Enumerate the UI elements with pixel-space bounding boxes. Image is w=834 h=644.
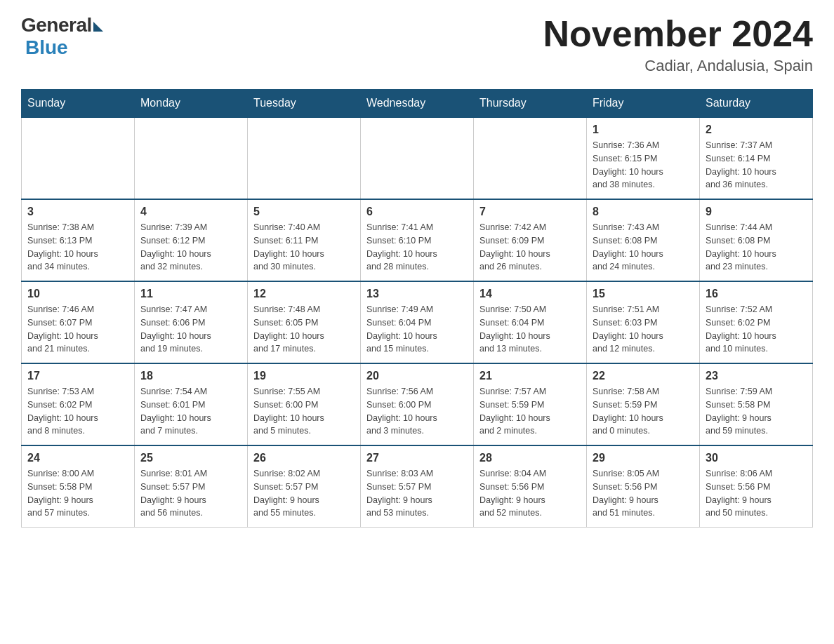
day-number: 3 — [27, 206, 128, 218]
calendar-day-cell: 28Sunrise: 8:04 AMSunset: 5:56 PMDayligh… — [474, 445, 587, 528]
day-number: 22 — [593, 370, 694, 382]
calendar-day-cell: 18Sunrise: 7:54 AMSunset: 6:01 PMDayligh… — [135, 363, 248, 445]
calendar-day-cell: 23Sunrise: 7:59 AMSunset: 5:58 PMDayligh… — [700, 363, 813, 445]
calendar-title: November 2024 — [543, 14, 813, 54]
day-number: 18 — [140, 370, 241, 382]
day-number: 10 — [27, 288, 128, 300]
day-info: Sunrise: 7:46 AMSunset: 6:07 PMDaylight:… — [27, 303, 128, 356]
day-info: Sunrise: 7:36 AMSunset: 6:15 PMDaylight:… — [593, 139, 694, 192]
day-info: Sunrise: 8:04 AMSunset: 5:56 PMDaylight:… — [479, 467, 581, 520]
weekday-header-monday: Monday — [135, 90, 248, 118]
day-number: 21 — [479, 370, 581, 382]
calendar-day-cell — [248, 117, 361, 199]
calendar-day-cell: 11Sunrise: 7:47 AMSunset: 6:06 PMDayligh… — [135, 281, 248, 363]
weekday-header-saturday: Saturday — [700, 90, 813, 118]
day-number: 7 — [479, 206, 581, 218]
calendar-day-cell: 20Sunrise: 7:56 AMSunset: 6:00 PMDayligh… — [361, 363, 474, 445]
day-info: Sunrise: 7:53 AMSunset: 6:02 PMDaylight:… — [27, 385, 128, 438]
weekday-header-tuesday: Tuesday — [248, 90, 361, 118]
day-info: Sunrise: 7:37 AMSunset: 6:14 PMDaylight:… — [706, 139, 807, 192]
calendar-day-cell: 15Sunrise: 7:51 AMSunset: 6:03 PMDayligh… — [587, 281, 700, 363]
day-number: 8 — [593, 206, 694, 218]
day-info: Sunrise: 8:01 AMSunset: 5:57 PMDaylight:… — [140, 467, 241, 520]
day-info: Sunrise: 8:00 AMSunset: 5:58 PMDaylight:… — [27, 467, 128, 520]
weekday-header-friday: Friday — [587, 90, 700, 118]
calendar-day-cell: 17Sunrise: 7:53 AMSunset: 6:02 PMDayligh… — [22, 363, 135, 445]
calendar-day-cell: 27Sunrise: 8:03 AMSunset: 5:57 PMDayligh… — [361, 445, 474, 528]
calendar-day-cell: 22Sunrise: 7:58 AMSunset: 5:59 PMDayligh… — [587, 363, 700, 445]
day-number: 19 — [253, 370, 355, 382]
page-header: General Blue November 2024 Cadiar, Andal… — [21, 14, 813, 75]
calendar-week-row: 24Sunrise: 8:00 AMSunset: 5:58 PMDayligh… — [22, 445, 813, 528]
calendar-day-cell: 29Sunrise: 8:05 AMSunset: 5:56 PMDayligh… — [587, 445, 700, 528]
calendar-day-cell: 4Sunrise: 7:39 AMSunset: 6:12 PMDaylight… — [135, 199, 248, 281]
day-number: 30 — [706, 452, 807, 464]
day-info: Sunrise: 8:03 AMSunset: 5:57 PMDaylight:… — [366, 467, 468, 520]
day-info: Sunrise: 8:02 AMSunset: 5:57 PMDaylight:… — [253, 467, 355, 520]
day-number: 6 — [366, 206, 468, 218]
day-number: 23 — [706, 370, 807, 382]
day-number: 12 — [253, 288, 355, 300]
calendar-day-cell: 26Sunrise: 8:02 AMSunset: 5:57 PMDayligh… — [248, 445, 361, 528]
calendar-day-cell: 19Sunrise: 7:55 AMSunset: 6:00 PMDayligh… — [248, 363, 361, 445]
weekday-header-sunday: Sunday — [22, 90, 135, 118]
day-number: 5 — [253, 206, 355, 218]
calendar-day-cell: 5Sunrise: 7:40 AMSunset: 6:11 PMDaylight… — [248, 199, 361, 281]
calendar-day-cell: 9Sunrise: 7:44 AMSunset: 6:08 PMDaylight… — [700, 199, 813, 281]
day-info: Sunrise: 7:39 AMSunset: 6:12 PMDaylight:… — [140, 221, 241, 274]
calendar-day-cell: 6Sunrise: 7:41 AMSunset: 6:10 PMDaylight… — [361, 199, 474, 281]
logo-general-text: General — [21, 14, 92, 36]
calendar-week-row: 17Sunrise: 7:53 AMSunset: 6:02 PMDayligh… — [22, 363, 813, 445]
calendar-day-cell: 12Sunrise: 7:48 AMSunset: 6:05 PMDayligh… — [248, 281, 361, 363]
day-info: Sunrise: 7:43 AMSunset: 6:08 PMDaylight:… — [593, 221, 694, 274]
calendar-day-cell: 25Sunrise: 8:01 AMSunset: 5:57 PMDayligh… — [135, 445, 248, 528]
calendar-day-cell: 7Sunrise: 7:42 AMSunset: 6:09 PMDaylight… — [474, 199, 587, 281]
title-block: November 2024 Cadiar, Andalusia, Spain — [543, 14, 813, 75]
day-info: Sunrise: 7:55 AMSunset: 6:00 PMDaylight:… — [253, 385, 355, 438]
calendar-day-cell: 1Sunrise: 7:36 AMSunset: 6:15 PMDaylight… — [587, 117, 700, 199]
calendar-week-row: 3Sunrise: 7:38 AMSunset: 6:13 PMDaylight… — [22, 199, 813, 281]
day-number: 29 — [593, 452, 694, 464]
calendar-header-row: SundayMondayTuesdayWednesdayThursdayFrid… — [22, 90, 813, 118]
calendar-day-cell — [135, 117, 248, 199]
day-info: Sunrise: 7:40 AMSunset: 6:11 PMDaylight:… — [253, 221, 355, 274]
day-number: 20 — [366, 370, 468, 382]
calendar-day-cell — [22, 117, 135, 199]
day-number: 11 — [140, 288, 241, 300]
day-info: Sunrise: 7:52 AMSunset: 6:02 PMDaylight:… — [706, 303, 807, 356]
day-info: Sunrise: 8:06 AMSunset: 5:56 PMDaylight:… — [706, 467, 807, 520]
day-info: Sunrise: 7:57 AMSunset: 5:59 PMDaylight:… — [479, 385, 581, 438]
day-info: Sunrise: 7:58 AMSunset: 5:59 PMDaylight:… — [593, 385, 694, 438]
calendar-day-cell: 3Sunrise: 7:38 AMSunset: 6:13 PMDaylight… — [22, 199, 135, 281]
calendar-week-row: 1Sunrise: 7:36 AMSunset: 6:15 PMDaylight… — [22, 117, 813, 199]
calendar-day-cell: 14Sunrise: 7:50 AMSunset: 6:04 PMDayligh… — [474, 281, 587, 363]
day-number: 4 — [140, 206, 241, 218]
day-info: Sunrise: 7:49 AMSunset: 6:04 PMDaylight:… — [366, 303, 468, 356]
day-info: Sunrise: 7:56 AMSunset: 6:00 PMDaylight:… — [366, 385, 468, 438]
calendar-day-cell: 21Sunrise: 7:57 AMSunset: 5:59 PMDayligh… — [474, 363, 587, 445]
day-number: 14 — [479, 288, 581, 300]
day-number: 2 — [706, 123, 807, 136]
day-number: 26 — [253, 452, 355, 464]
day-info: Sunrise: 7:44 AMSunset: 6:08 PMDaylight:… — [706, 221, 807, 274]
day-number: 28 — [479, 452, 581, 464]
day-number: 15 — [593, 288, 694, 300]
logo-blue-text: Blue — [25, 36, 68, 59]
calendar-day-cell: 16Sunrise: 7:52 AMSunset: 6:02 PMDayligh… — [700, 281, 813, 363]
calendar-table: SundayMondayTuesdayWednesdayThursdayFrid… — [21, 89, 813, 528]
calendar-day-cell: 8Sunrise: 7:43 AMSunset: 6:08 PMDaylight… — [587, 199, 700, 281]
day-number: 16 — [706, 288, 807, 300]
calendar-day-cell: 13Sunrise: 7:49 AMSunset: 6:04 PMDayligh… — [361, 281, 474, 363]
day-info: Sunrise: 7:51 AMSunset: 6:03 PMDaylight:… — [593, 303, 694, 356]
calendar-day-cell: 10Sunrise: 7:46 AMSunset: 6:07 PMDayligh… — [22, 281, 135, 363]
weekday-header-wednesday: Wednesday — [361, 90, 474, 118]
calendar-day-cell — [474, 117, 587, 199]
day-info: Sunrise: 8:05 AMSunset: 5:56 PMDaylight:… — [593, 467, 694, 520]
day-number: 9 — [706, 206, 807, 218]
day-info: Sunrise: 7:54 AMSunset: 6:01 PMDaylight:… — [140, 385, 241, 438]
weekday-header-thursday: Thursday — [474, 90, 587, 118]
day-number: 1 — [593, 123, 694, 136]
calendar-week-row: 10Sunrise: 7:46 AMSunset: 6:07 PMDayligh… — [22, 281, 813, 363]
logo-arrow-icon — [93, 22, 103, 32]
day-number: 17 — [27, 370, 128, 382]
